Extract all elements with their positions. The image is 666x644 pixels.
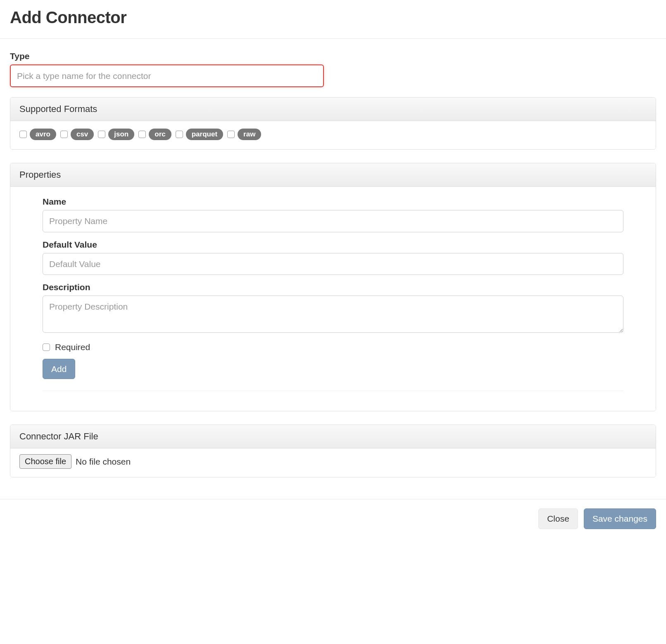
file-status: No file chosen: [76, 457, 131, 467]
jar-panel: Connector JAR File Choose file No file c…: [10, 425, 656, 477]
jar-body: Choose file No file chosen: [10, 448, 656, 477]
format-item-raw: raw: [227, 129, 261, 140]
jar-heading: Connector JAR File: [10, 425, 656, 448]
property-desc-input[interactable]: [43, 296, 623, 333]
format-item-orc: orc: [138, 129, 171, 140]
format-tag-parquet: parquet: [186, 129, 223, 140]
format-checkbox-csv[interactable]: [60, 131, 68, 138]
supported-formats-heading: Supported Formats: [10, 98, 656, 121]
properties-divider: [43, 391, 623, 391]
property-desc-label: Description: [43, 282, 623, 292]
property-default-label: Default Value: [43, 240, 623, 250]
format-item-avro: avro: [19, 129, 56, 140]
format-checkbox-avro[interactable]: [19, 131, 27, 138]
close-button[interactable]: Close: [538, 508, 578, 529]
add-property-button[interactable]: Add: [43, 359, 75, 379]
properties-heading: Properties: [10, 163, 656, 187]
type-group: Type: [10, 51, 324, 87]
modal-body: Type Supported Formats avro csv json: [0, 39, 666, 499]
property-name-label: Name: [43, 197, 623, 207]
file-row: Choose file No file chosen: [19, 454, 647, 469]
property-default-group: Default Value: [43, 240, 623, 275]
format-checkbox-parquet[interactable]: [176, 131, 183, 138]
format-item-parquet: parquet: [176, 129, 223, 140]
format-checkbox-raw[interactable]: [227, 131, 235, 138]
modal-footer: Close Save changes: [0, 499, 666, 538]
save-changes-button[interactable]: Save changes: [584, 508, 656, 529]
type-label: Type: [10, 51, 324, 61]
property-required-label[interactable]: Required: [55, 342, 90, 352]
format-tag-avro: avro: [30, 129, 56, 140]
page-title: Add Connector: [10, 8, 656, 27]
format-item-csv: csv: [60, 129, 94, 140]
properties-body: Name Default Value Description Required …: [10, 187, 656, 411]
supported-formats-body: avro csv json orc parquet: [10, 121, 656, 149]
format-checkbox-json[interactable]: [98, 131, 105, 138]
formats-row: avro csv json orc parquet: [19, 129, 647, 140]
format-checkbox-orc[interactable]: [138, 131, 146, 138]
property-desc-group: Description: [43, 282, 623, 335]
format-tag-raw: raw: [238, 129, 261, 140]
format-tag-json: json: [108, 129, 134, 140]
properties-panel: Properties Name Default Value Descriptio…: [10, 163, 656, 411]
supported-formats-panel: Supported Formats avro csv json orc: [10, 97, 656, 150]
choose-file-button[interactable]: Choose file: [19, 454, 71, 469]
property-default-input[interactable]: [43, 253, 623, 275]
modal-header: Add Connector: [0, 0, 666, 39]
format-item-json: json: [98, 129, 134, 140]
property-required-row: Required: [43, 342, 623, 352]
format-tag-orc: orc: [149, 129, 171, 140]
type-input[interactable]: [10, 64, 324, 87]
properties-inner: Name Default Value Description Required …: [19, 197, 647, 391]
property-name-group: Name: [43, 197, 623, 232]
property-name-input[interactable]: [43, 210, 623, 232]
format-tag-csv: csv: [71, 129, 94, 140]
property-required-checkbox[interactable]: [43, 343, 50, 351]
